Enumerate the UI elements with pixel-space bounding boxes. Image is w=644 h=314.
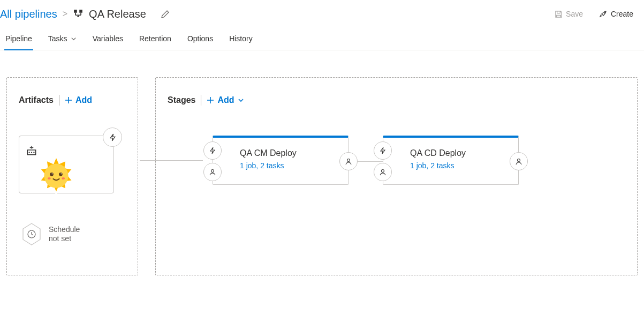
add-stage-button[interactable]: Add bbox=[207, 95, 244, 105]
stage-predeploy-approvals-button[interactable] bbox=[203, 163, 222, 181]
svg-point-3 bbox=[44, 164, 68, 188]
svg-point-14 bbox=[518, 159, 520, 161]
create-label: Create bbox=[611, 10, 633, 18]
lightning-icon bbox=[209, 147, 216, 154]
lightning-icon bbox=[379, 147, 387, 154]
svg-rect-0 bbox=[74, 10, 77, 13]
stage-postdeploy-button[interactable] bbox=[339, 152, 358, 170]
tab-history[interactable]: History bbox=[228, 29, 254, 50]
person-icon bbox=[345, 158, 352, 165]
add-artifact-button[interactable]: Add bbox=[65, 95, 92, 105]
page-title: QA Release bbox=[89, 8, 146, 20]
svg-point-12 bbox=[347, 159, 350, 161]
pipeline-canvas: Artifacts Add bbox=[0, 50, 644, 302]
rocket-icon bbox=[599, 10, 608, 18]
svg-point-5 bbox=[52, 173, 53, 174]
stage-predeploy-approvals-button[interactable] bbox=[374, 163, 392, 181]
stage-name: QA CM Deploy bbox=[240, 148, 332, 158]
artifacts-header: Artifacts Add bbox=[19, 95, 126, 106]
chevron-down-icon bbox=[238, 97, 244, 103]
tab-tasks[interactable]: Tasks bbox=[47, 29, 78, 50]
breadcrumb: All pipelines > QA Release Save Create bbox=[0, 0, 644, 29]
svg-point-4 bbox=[50, 173, 54, 176]
tab-options[interactable]: Options bbox=[186, 29, 214, 50]
stage-card[interactable]: QA CD Deploy 1 job, 2 tasks bbox=[383, 136, 519, 185]
artifact-card[interactable] bbox=[19, 136, 114, 193]
stage-card[interactable]: QA CM Deploy 1 job, 2 tasks bbox=[213, 136, 348, 185]
tabs: Pipeline Tasks Variables Retention Optio… bbox=[0, 29, 644, 50]
divider bbox=[201, 95, 201, 106]
artifact-trigger-button[interactable] bbox=[103, 128, 122, 147]
schedule-row[interactable]: Schedule not set bbox=[19, 222, 126, 246]
artifacts-title: Artifacts bbox=[19, 95, 54, 105]
stage-postdeploy-button[interactable] bbox=[510, 152, 528, 170]
breadcrumb-separator-icon: > bbox=[63, 9, 67, 19]
chevron-down-icon bbox=[71, 36, 77, 42]
stage-summary-link[interactable]: 1 job, 2 tasks bbox=[410, 161, 502, 170]
plus-icon bbox=[207, 96, 214, 104]
build-artifact-icon bbox=[26, 145, 107, 158]
add-stage-label: Add bbox=[217, 95, 234, 105]
create-release-button[interactable]: Create bbox=[594, 6, 639, 21]
person-icon bbox=[379, 168, 387, 176]
lightning-icon bbox=[109, 133, 117, 141]
plus-icon bbox=[65, 96, 72, 104]
person-icon bbox=[209, 168, 216, 176]
divider bbox=[59, 95, 59, 106]
schedule-label: Schedule not set bbox=[49, 225, 80, 244]
svg-point-9 bbox=[62, 177, 65, 180]
svg-point-13 bbox=[382, 169, 384, 172]
tab-retention[interactable]: Retention bbox=[138, 29, 172, 50]
stage-predeploy-conditions-button[interactable] bbox=[203, 141, 222, 160]
stage-summary-link[interactable]: 1 job, 2 tasks bbox=[240, 161, 332, 170]
schedule-icon bbox=[21, 222, 42, 246]
svg-rect-1 bbox=[79, 10, 82, 13]
svg-point-7 bbox=[60, 173, 62, 174]
stage-predeploy-conditions-button[interactable] bbox=[374, 141, 392, 160]
stage-name: QA CD Deploy bbox=[410, 148, 502, 158]
save-label: Save bbox=[566, 10, 583, 18]
tab-pipeline[interactable]: Pipeline bbox=[4, 29, 33, 50]
stages-panel: Stages Add QA CM Deploy 1 job, 2 tasks bbox=[155, 77, 638, 275]
svg-point-8 bbox=[48, 177, 51, 180]
stages-header: Stages Add bbox=[168, 95, 625, 106]
pipeline-type-icon bbox=[73, 9, 84, 19]
connector-line bbox=[140, 160, 203, 161]
breadcrumb-all-pipelines-link[interactable]: All pipelines bbox=[0, 8, 57, 20]
add-artifact-label: Add bbox=[75, 95, 92, 105]
sun-sticker-icon bbox=[31, 152, 81, 203]
svg-point-11 bbox=[211, 169, 214, 172]
edit-title-button[interactable] bbox=[161, 10, 170, 18]
save-button[interactable]: Save bbox=[549, 6, 588, 21]
tab-variables[interactable]: Variables bbox=[92, 29, 124, 50]
person-icon bbox=[515, 158, 522, 165]
stages-title: Stages bbox=[168, 95, 195, 105]
stages-row: QA CM Deploy 1 job, 2 tasks QA CD Deploy… bbox=[168, 136, 625, 185]
save-icon bbox=[555, 10, 563, 18]
svg-point-6 bbox=[59, 173, 63, 176]
artifacts-panel: Artifacts Add bbox=[6, 77, 138, 275]
